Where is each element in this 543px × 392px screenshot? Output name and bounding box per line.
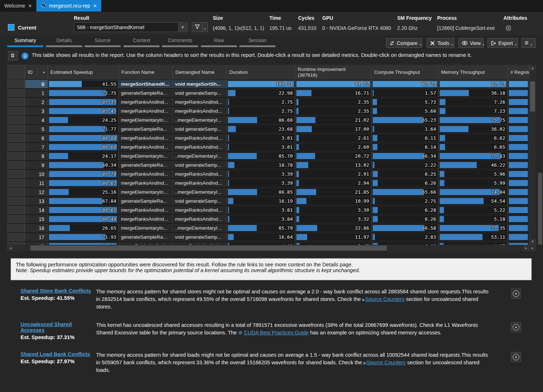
expand-advisory-button[interactable]: ▼ [511, 322, 521, 332]
scroll-up-icon[interactable]: ▲ [529, 65, 536, 71]
row-handle[interactable] [7, 152, 25, 160]
attributes-chip-icon[interactable] [505, 24, 512, 33]
table-row[interactable]: 1885.94mergeRanksAndInd...mergeRanksAndI… [7, 242, 529, 245]
vertical-scrollbar-thumb[interactable] [530, 81, 535, 112]
row-handle[interactable] [7, 233, 25, 241]
row-handle[interactable] [7, 116, 25, 124]
rule-link[interactable]: Shared Load Bank Conflicts [21, 351, 96, 357]
table-row[interactable]: 1771.93generateSampleRa...void generateS… [7, 233, 529, 242]
table-row[interactable]: 969.34generateSampleRa...void generateSa… [7, 161, 529, 170]
tools-button[interactable]: Tools ▾ [427, 38, 454, 48]
table-row[interactable]: 1367.84generateSampleRa...void generateS… [7, 197, 529, 206]
row-handle[interactable] [7, 188, 25, 196]
table-row[interactable]: 041.55mergeSortSharedK...void mergeSortS… [7, 80, 529, 89]
rule-link[interactable]: Uncoalesced Shared Accesses [21, 321, 96, 333]
vertical-scrollbar[interactable]: ▲ ▼ [529, 65, 536, 245]
close-icon[interactable]: ✕ [28, 3, 32, 9]
tab-raw[interactable]: Raw [201, 37, 237, 47]
chevron-down-icon[interactable]: ▾ [531, 43, 532, 48]
window-scrollbar-thumb[interactable] [538, 173, 542, 245]
transpose-table-button[interactable] [8, 51, 17, 60]
cuda-best-practices-link[interactable]: CUDA Best Practices Guide [244, 330, 309, 335]
chevron-down-icon[interactable]: ▾ [483, 43, 484, 48]
chevron-down-icon[interactable]: ▾ [515, 43, 516, 48]
tab-details[interactable]: Details [46, 37, 82, 47]
table-row[interactable]: 1486.65mergeRanksAndInd...mergeRanksAndI… [7, 206, 529, 215]
table-row[interactable]: 1186.63mergeRanksAndInd...mergeRanksAndI… [7, 179, 529, 188]
tab-source[interactable]: Source [85, 37, 121, 47]
row-handle[interactable] [7, 170, 25, 178]
cell-duration-bar [228, 144, 229, 150]
tab-session[interactable]: Session [239, 37, 275, 47]
compare-button[interactable]: Compare ▾ [386, 38, 422, 48]
source-counters-link[interactable]: Source Counters [365, 296, 405, 302]
row-handle[interactable] [7, 242, 25, 245]
view-button[interactable]: View ▾ [458, 38, 484, 48]
table-row[interactable]: 824.17mergeElementaryIn.....mergeElement… [7, 152, 529, 161]
column-header-id[interactable]: ID ▲ [25, 65, 48, 80]
row-handle[interactable] [7, 125, 25, 133]
column-header-estimated-speedup[interactable]: Estimated Speedup [48, 65, 119, 80]
expand-advisory-button[interactable]: ▼ [511, 289, 521, 299]
column-header-memory-throughput[interactable]: Memory Throughput [439, 65, 508, 80]
cell-function-name: generateSampleRa... [119, 161, 173, 169]
close-icon[interactable]: ✕ [93, 3, 97, 9]
menu-button[interactable]: ≡ ▾ [521, 38, 536, 48]
row-handle[interactable] [7, 134, 25, 142]
chevron-down-icon[interactable]: ▾ [452, 43, 453, 48]
chevron-down-icon[interactable]: ▾ [420, 43, 421, 48]
row-handle[interactable] [7, 161, 25, 169]
table-row[interactable]: 686.88mergeRanksAndInd...mergeRanksAndIn… [7, 134, 529, 143]
filter-dropdown-icon[interactable]: ▾ [203, 22, 208, 32]
table-row[interactable]: 285.33mergeRanksAndInd...mergeRanksAndIn… [7, 98, 529, 107]
expand-advisory-button[interactable]: ▼ [511, 352, 521, 362]
table-row[interactable]: 1626.65mergeElementaryIn.....mergeElemen… [7, 224, 529, 233]
current-result-swatch [8, 24, 14, 31]
rule-link[interactable]: Shared Store Bank Conflicts [21, 288, 96, 294]
column-header-duration[interactable]: Duration [227, 65, 295, 80]
row-handle[interactable] [7, 179, 25, 187]
row-handle[interactable] [7, 89, 25, 97]
row-handle[interactable] [7, 206, 25, 214]
tab-welcome[interactable]: Welcome ✕ [0, 0, 36, 12]
cell-id: 13 [25, 197, 48, 205]
row-handle[interactable] [7, 80, 25, 88]
scroll-right-icon[interactable]: ► [529, 245, 536, 251]
table-row[interactable]: 571.77generateSampleRa...void generateSa… [7, 125, 529, 134]
column-header-demangled-name[interactable]: Demangled Name [173, 65, 227, 80]
cell-compute-throughput: 2.22 [372, 161, 439, 169]
scroll-right-icon[interactable]: ► [523, 245, 529, 251]
column-header-runtime-improvement[interactable]: Runtime Improvement (387616) [295, 65, 372, 80]
row-handle[interactable] [7, 143, 25, 151]
column-header-registers[interactable]: # Registers [508, 65, 529, 80]
tab-comments[interactable]: Comments [162, 37, 198, 47]
table-row[interactable]: 786.60mergeRanksAndInd...mergeRanksAndIn… [7, 143, 529, 152]
row-handle[interactable] [7, 197, 25, 205]
cell-duration-value: 3.81 [282, 206, 293, 214]
source-counters-link[interactable]: Source Counters [367, 360, 406, 365]
row-handle[interactable] [7, 107, 25, 115]
tab-context[interactable]: Context [124, 37, 160, 47]
column-header-compute-throughput[interactable]: Compute Throughput [372, 65, 439, 80]
row-handle[interactable] [7, 98, 25, 106]
horizontal-scrollbar-thumb[interactable] [30, 245, 387, 251]
table-row[interactable]: 1225.16mergeElementaryIn.....mergeElemen… [7, 188, 529, 197]
table-row[interactable]: 1586.48mergeRanksAndInd...mergeRanksAndI… [7, 215, 529, 224]
export-button[interactable]: Export ▾ [488, 38, 518, 48]
row-handle[interactable] [7, 215, 25, 223]
table-row[interactable]: 385.45mergeRanksAndInd...mergeRanksAndIn… [7, 107, 529, 116]
row-handle[interactable] [7, 224, 25, 232]
chevron-down-icon[interactable]: ▼ [178, 23, 187, 31]
scroll-left-icon[interactable]: ◄ [7, 245, 14, 251]
filter-button[interactable] [192, 22, 203, 32]
table-row[interactable]: 424.25mergeElementaryIn.....mergeElement… [7, 116, 529, 125]
result-select[interactable]: 588 - mergeSortSharedKernel ▼ [74, 22, 188, 32]
tab-report[interactable]: mergesort.ncu-rep ✕ [36, 0, 101, 12]
scroll-down-icon[interactable]: ▼ [529, 238, 536, 245]
table-row[interactable]: 172.75generateSampleRa...void generateSa… [7, 89, 529, 98]
column-header-function-name[interactable]: Function Name [119, 65, 173, 80]
table-row[interactable]: 1085.78mergeRanksAndInd...mergeRanksAndI… [7, 170, 529, 179]
cell-registers [508, 188, 529, 196]
horizontal-scrollbar[interactable]: ◄ ► [7, 245, 529, 251]
tab-summary[interactable]: Summary [7, 37, 43, 47]
